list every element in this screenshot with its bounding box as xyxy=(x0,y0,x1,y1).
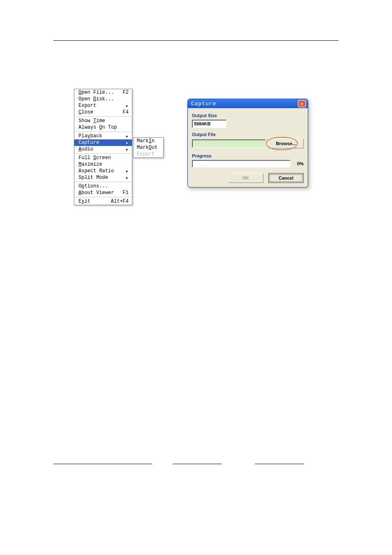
menu-item-label: Playback xyxy=(78,133,125,139)
context-menu-figure: Open File...F2Open Disk...Export▸CloseF4… xyxy=(74,89,164,205)
menu-item-shortcut: F2 xyxy=(120,90,129,95)
output-size-field[interactable]: 5984KB xyxy=(192,120,226,128)
ok-button[interactable]: OK xyxy=(228,173,263,183)
close-icon[interactable]: ✕ xyxy=(298,100,306,107)
menu-item-label: Exit xyxy=(78,199,108,204)
page-rule-bottom-2 xyxy=(173,464,222,464)
menu-item[interactable]: Export▸ xyxy=(74,102,132,109)
page-rule-bottom-3 xyxy=(255,464,304,464)
submenu-arrow-icon: ▸ xyxy=(125,133,129,139)
menu-item-label: Close xyxy=(78,109,120,115)
menu-item-label: Show Time xyxy=(78,118,129,124)
menu-separator xyxy=(75,182,131,182)
menu-item-label: Options... xyxy=(78,183,129,189)
submenu-arrow-icon: ▸ xyxy=(125,146,129,153)
capture-dialog: Capture ✕ Output Size 5984KB Output File… xyxy=(187,99,308,187)
menu-item-label: Split Mode xyxy=(78,175,125,180)
output-file-label: Output File xyxy=(192,132,304,137)
output-size-value: 5984KB xyxy=(194,121,210,126)
progress-bar xyxy=(192,160,291,167)
menu-item-shortcut: Alt+F4 xyxy=(108,199,129,204)
submenu-arrow-icon: ▸ xyxy=(125,140,129,146)
menu-item[interactable]: Show Time xyxy=(74,118,132,124)
menu-item[interactable]: Always On Top xyxy=(74,124,132,131)
menu-separator xyxy=(75,116,131,117)
menu-item[interactable]: Open File...F2 xyxy=(74,89,132,96)
progress-label: Progress xyxy=(192,153,304,158)
context-menu[interactable]: Open File...F2Open Disk...Export▸CloseF4… xyxy=(74,89,132,205)
menu-item-label: Audio xyxy=(78,146,125,152)
menu-item[interactable]: Capture▸ xyxy=(74,139,132,146)
cancel-button[interactable]: Cancel xyxy=(268,173,304,183)
dialog-titlebar[interactable]: Capture ✕ xyxy=(188,99,308,108)
menu-item[interactable]: Aspect Ratio▸ xyxy=(74,168,132,174)
browse-button[interactable]: Browse... xyxy=(268,139,304,148)
dialog-body: Output Size 5984KB Output File Browse...… xyxy=(188,108,308,187)
page-rule-top xyxy=(53,40,339,41)
submenu-item: Export xyxy=(134,151,163,157)
menu-item[interactable]: About ViewerF1 xyxy=(74,190,132,196)
menu-item[interactable]: Full Screen xyxy=(74,155,132,161)
output-file-field[interactable] xyxy=(192,139,266,148)
menu-item[interactable]: Playback▸ xyxy=(74,133,132,139)
menu-item[interactable]: Open Disk... xyxy=(74,96,132,102)
capture-submenu[interactable]: Mark InMark OutExport xyxy=(133,137,164,158)
menu-item-label: Open Disk... xyxy=(78,96,129,102)
menu-item-shortcut: F1 xyxy=(120,190,129,196)
menu-item[interactable]: Options... xyxy=(74,183,132,190)
submenu-arrow-icon: ▸ xyxy=(125,168,129,174)
submenu-item[interactable]: Mark Out xyxy=(134,144,163,151)
menu-separator xyxy=(75,132,131,132)
menu-item-label: Maximize xyxy=(78,162,129,167)
progress-percent: 0% xyxy=(293,161,304,166)
menu-item-label: Open File... xyxy=(78,90,120,95)
menu-item[interactable]: CloseF4 xyxy=(74,109,132,116)
submenu-item[interactable]: Mark In xyxy=(134,138,163,144)
menu-item[interactable]: ExitAlt+F4 xyxy=(74,198,132,205)
submenu-arrow-icon: ▸ xyxy=(125,175,129,181)
menu-item-label: Full Screen xyxy=(78,155,129,161)
menu-item-label: Always On Top xyxy=(78,125,129,130)
menu-item-label: About Viewer xyxy=(78,190,120,196)
menu-separator xyxy=(75,197,131,197)
menu-item-label: Capture xyxy=(78,140,125,146)
menu-item-label: Aspect Ratio xyxy=(78,168,125,174)
menu-item-shortcut: F4 xyxy=(120,109,129,115)
menu-item[interactable]: Audio▸ xyxy=(74,146,132,153)
submenu-arrow-icon: ▸ xyxy=(125,103,129,109)
output-size-label: Output Size xyxy=(192,113,304,118)
menu-item-label: Export xyxy=(78,103,125,109)
menu-item[interactable]: Maximize xyxy=(74,161,132,168)
menu-separator xyxy=(75,153,131,154)
page-rule-bottom-1 xyxy=(53,464,152,464)
menu-item[interactable]: Split Mode▸ xyxy=(74,174,132,181)
dialog-title: Capture xyxy=(191,101,298,107)
